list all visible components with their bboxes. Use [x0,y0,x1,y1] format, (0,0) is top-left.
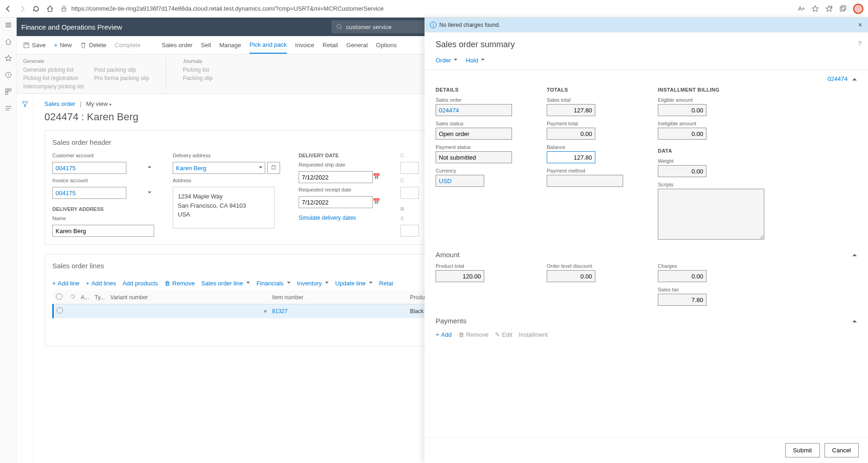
remove-line-button[interactable]: 🗑 Remove [164,280,194,287]
update-line-menu[interactable]: Update line [335,280,373,287]
row-select[interactable] [56,307,63,314]
collapse-icon[interactable] [852,76,857,80]
ineligible-field [658,128,706,140]
favorites-icon[interactable] [825,5,833,12]
filter-column [17,95,33,362]
sales-total-field [547,104,595,116]
post-packing-slip[interactable]: Post packing slip [94,67,149,73]
sales-order-line-menu[interactable]: Sales order line [201,280,250,287]
financials-menu[interactable]: Financials [256,280,291,287]
picking-list-link[interactable]: Picking list [183,67,212,73]
tab-general[interactable]: General [346,37,368,53]
lock-icon [60,5,68,12]
customer-account-field[interactable] [52,162,126,174]
scripts-field[interactable] [658,189,764,240]
svg-rect-5 [9,89,11,91]
requested-receipt-date[interactable] [299,196,373,208]
charges-field [658,270,706,282]
requested-ship-date[interactable] [299,171,373,183]
payment-installment-button[interactable]: Installment [519,331,548,338]
help-icon[interactable]: ? [858,40,862,47]
save-button[interactable]: Save [23,42,46,49]
filter-icon[interactable] [21,100,29,108]
tab-invoice[interactable]: Invoice [295,37,314,53]
payment-edit-button[interactable]: ✎ Edit [495,331,512,338]
forward-icon[interactable] [19,5,26,12]
crumb-myview[interactable]: My view ▾ [86,100,112,107]
select-all[interactable] [56,293,62,300]
payment-total-field [547,128,595,140]
svg-rect-0 [62,8,66,11]
tab-options[interactable]: Options [376,37,397,53]
payment-remove-button[interactable]: 🗑 Remove [458,331,488,338]
profile-avatar[interactable] [853,4,863,14]
tab-sales-order[interactable]: Sales order [162,37,192,53]
currency-field[interactable] [436,175,484,187]
packing-slip-link[interactable]: Packing slip [183,75,212,81]
delete-button[interactable]: Delete [80,42,106,49]
order-action[interactable]: Order [436,57,457,64]
close-icon[interactable]: ✕ [858,22,862,28]
collapse-icon[interactable] [852,252,857,256]
svg-rect-2 [842,6,846,10]
refresh-icon[interactable] [70,294,75,299]
home-icon[interactable] [46,5,54,12]
add-line-button[interactable]: + Add line [52,280,80,287]
add-lines-button[interactable]: + Add lines [86,280,116,287]
app-title: Finance and Operations Preview [21,23,122,31]
rail-modules-icon[interactable] [5,105,12,112]
tab-retail[interactable]: Retail [323,37,338,53]
calendar-icon[interactable]: 📅 [373,173,380,180]
invoice-account-field[interactable] [52,187,126,199]
rail-home-icon[interactable] [5,38,12,45]
tab-manage[interactable]: Manage [219,37,241,53]
panel-title: Sales order summary [436,40,857,49]
complete-button[interactable]: Complete [115,42,141,49]
tab-pick-and-pack[interactable]: Pick and pack [250,37,287,54]
text-size-icon[interactable]: AA [798,5,805,12]
sales-order-field[interactable] [436,104,512,116]
address-lookup-button[interactable] [267,162,280,174]
svg-rect-1 [840,7,844,11]
hamburger-icon[interactable] [5,21,12,29]
rail-star-icon[interactable] [5,55,12,62]
delivery-address-field[interactable] [173,162,265,174]
name-field[interactable] [52,225,154,237]
url-text[interactable]: https://comme2e-tie-ring2a9136f7d174e86d… [71,5,384,12]
generate-picking-list[interactable]: Generate picking list [23,67,84,73]
payments-title: Payments [436,317,467,325]
collapse-icon[interactable] [852,318,857,322]
order-discount-field [547,270,595,282]
svg-rect-10 [272,166,275,169]
payment-status-field [436,151,512,163]
refresh-icon[interactable] [32,5,40,12]
add-products-button[interactable]: Add products [123,280,158,287]
back-icon[interactable] [5,5,12,12]
star-icon[interactable] [812,5,819,12]
collections-icon[interactable] [839,5,847,12]
eligible-field [658,104,706,116]
intercompany-picking-list[interactable]: Intercompany picking list [23,83,84,90]
picking-list-registration[interactable]: Picking list registration [23,75,84,81]
rail-workspace-icon[interactable] [5,88,12,95]
inventory-menu[interactable]: Inventory [297,280,329,287]
simulate-delivery-link[interactable]: Simulate delivery dates [299,215,382,221]
balance-field[interactable] [547,151,595,163]
tab-sell[interactable]: Sell [201,37,211,53]
hold-action[interactable]: Hold [466,57,485,64]
payment-add-button[interactable]: + Add [436,331,452,338]
browser-chrome: https://comme2e-tie-ring2a9136f7d174e86d… [0,0,868,18]
retail-menu[interactable]: Retai [379,280,393,287]
product-total-field [436,270,484,282]
pro-forma-packing-slip[interactable]: Pro forma packing slip [94,75,149,81]
crumb-sales-order[interactable]: Sales order [44,100,75,107]
order-number[interactable]: 024474 [828,75,848,82]
calendar-icon[interactable]: 📅 [373,198,380,205]
generate-title: Generate [23,58,149,64]
new-button[interactable]: +New [54,42,72,49]
info-icon: i [430,22,437,28]
item-number-cell[interactable]: 81327 [269,304,407,318]
rail-recent-icon[interactable] [5,71,12,79]
svg-point-7 [337,25,341,29]
summary-panel: iNo tiered charges found. ✕ Sales order … [425,18,868,362]
